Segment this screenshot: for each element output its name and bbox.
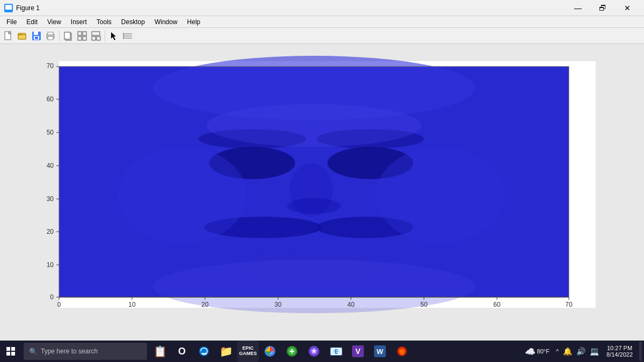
svg-text:50: 50 [47, 129, 54, 136]
svg-text:70: 70 [565, 301, 573, 308]
taskbar-game-icon[interactable] [281, 341, 303, 362]
menu-view[interactable]: View [43, 17, 65, 27]
start-button[interactable] [0, 341, 21, 362]
svg-rect-82 [11, 352, 15, 356]
taskbar-edge-icon[interactable] [193, 341, 215, 362]
menu-desktop[interactable]: Desktop [117, 17, 149, 27]
svg-text:10: 10 [47, 261, 54, 269]
minimize-button[interactable]: — [566, 0, 590, 16]
taskbar-chrome-icon[interactable] [259, 341, 281, 362]
title-bar: Figure 1 — 🗗 ✕ [0, 0, 644, 16]
show-hidden-icons[interactable]: ^ [555, 348, 560, 354]
window-controls: — 🗗 ✕ [566, 0, 640, 16]
menu-insert[interactable]: Insert [67, 17, 91, 27]
restore-button[interactable]: 🗗 [590, 0, 615, 16]
svg-rect-9 [34, 32, 38, 35]
toolbar-print[interactable] [44, 29, 57, 42]
svg-text:60: 60 [493, 301, 501, 308]
svg-text:30: 30 [47, 195, 54, 203]
svg-rect-21 [92, 32, 100, 35]
menu-window[interactable]: Window [150, 17, 182, 27]
weather-icon: ☁️ [525, 346, 536, 357]
svg-point-43 [207, 104, 421, 147]
taskbar-clock[interactable]: 10:27 PM 8/14/2022 [602, 344, 637, 359]
system-tray: ☁️ 80°F ^ 🔔 🔊 💻 10:27 PM 8/14/2022 [519, 342, 644, 361]
svg-rect-17 [78, 32, 82, 35]
taskbar-o-icon[interactable]: O [171, 341, 193, 362]
svg-rect-16 [64, 32, 70, 39]
taskbar-email-icon[interactable]: 📧 [325, 341, 347, 362]
taskbar-vs-icon[interactable]: V [347, 341, 369, 362]
app-icon [4, 4, 13, 12]
battery-icon[interactable]: 💻 [589, 347, 600, 356]
taskbar-galaxy-icon[interactable] [303, 341, 325, 362]
svg-rect-18 [83, 32, 86, 35]
svg-rect-22 [92, 36, 96, 40]
clock-date: 8/14/2022 [606, 351, 633, 358]
svg-rect-13 [48, 32, 53, 35]
svg-point-42 [287, 198, 341, 214]
weather-temp: 80°F [537, 348, 550, 354]
menu-file[interactable]: File [2, 17, 21, 27]
notifications-icon[interactable]: 🔔 [562, 347, 573, 356]
clock-time: 10:27 PM [606, 345, 633, 351]
taskbar-note-icon[interactable]: 📋 [149, 341, 171, 362]
toolbar-separator-1 [59, 31, 60, 41]
taskbar-search-bar[interactable]: 🔍 Type here to search [24, 343, 147, 360]
svg-text:0: 0 [50, 293, 54, 301]
chart-svg: 70 60 50 40 30 20 10 [27, 56, 617, 329]
svg-rect-79 [6, 347, 10, 351]
svg-rect-19 [78, 36, 82, 40]
volume-icon[interactable]: 🔊 [575, 347, 587, 356]
svg-text:0: 0 [57, 301, 61, 308]
toolbar-open[interactable] [16, 29, 29, 42]
taskbar-app-icons: 📋 O 📁 EPICGAMES [149, 341, 413, 362]
menu-bar: File Edit View Insert Tools Desktop Wind… [0, 16, 644, 28]
svg-point-41 [376, 147, 504, 243]
svg-rect-23 [97, 36, 100, 40]
toolbar-grid[interactable] [121, 29, 134, 42]
menu-help[interactable]: Help [183, 17, 205, 27]
svg-text:60: 60 [47, 95, 54, 103]
svg-text:10: 10 [128, 301, 136, 308]
svg-rect-81 [6, 352, 10, 356]
svg-rect-80 [11, 347, 15, 351]
svg-text:40: 40 [47, 162, 54, 169]
toolbar-separator-2 [105, 31, 105, 41]
svg-text:V: V [355, 347, 361, 356]
menu-edit[interactable]: Edit [22, 17, 42, 27]
svg-rect-14 [48, 36, 53, 40]
taskbar-epic-icon[interactable]: EPICGAMES [237, 341, 259, 362]
toolbar-copy[interactable] [62, 29, 75, 42]
close-button[interactable]: ✕ [615, 0, 640, 16]
toolbar-cursor[interactable] [107, 29, 120, 42]
show-desktop-button[interactable] [639, 342, 642, 361]
taskbar: 🔍 Type here to search 📋 O 📁 EPICGAMES [0, 341, 644, 362]
taskbar-word-icon[interactable]: W [369, 341, 391, 362]
svg-text:20: 20 [201, 301, 209, 308]
svg-rect-11 [35, 36, 38, 39]
svg-rect-1 [5, 5, 12, 10]
svg-marker-24 [111, 32, 116, 40]
toolbar-save[interactable] [30, 29, 43, 42]
taskbar-flame-icon[interactable] [391, 341, 413, 362]
svg-text:50: 50 [420, 301, 428, 308]
taskbar-explorer-icon[interactable]: 📁 [215, 341, 237, 362]
svg-rect-20 [83, 36, 86, 40]
menu-tools[interactable]: Tools [92, 17, 116, 27]
svg-text:70: 70 [47, 62, 54, 70]
svg-rect-7 [18, 35, 26, 39]
toolbar-new[interactable] [2, 29, 15, 42]
toolbar-tile2[interactable] [90, 29, 103, 42]
window-title: Figure 1 [16, 4, 40, 12]
search-placeholder: Type here to search [41, 348, 98, 355]
taskbar-weather[interactable]: ☁️ 80°F [522, 346, 553, 357]
svg-text:W: W [377, 348, 384, 356]
toolbar-tile[interactable] [76, 29, 89, 42]
svg-rect-2 [5, 10, 12, 11]
chart-area: 70 60 50 40 30 20 10 [0, 44, 644, 341]
svg-text:30: 30 [274, 301, 282, 308]
toolbar [0, 28, 644, 44]
svg-point-40 [118, 147, 247, 243]
svg-text:20: 20 [47, 228, 54, 235]
